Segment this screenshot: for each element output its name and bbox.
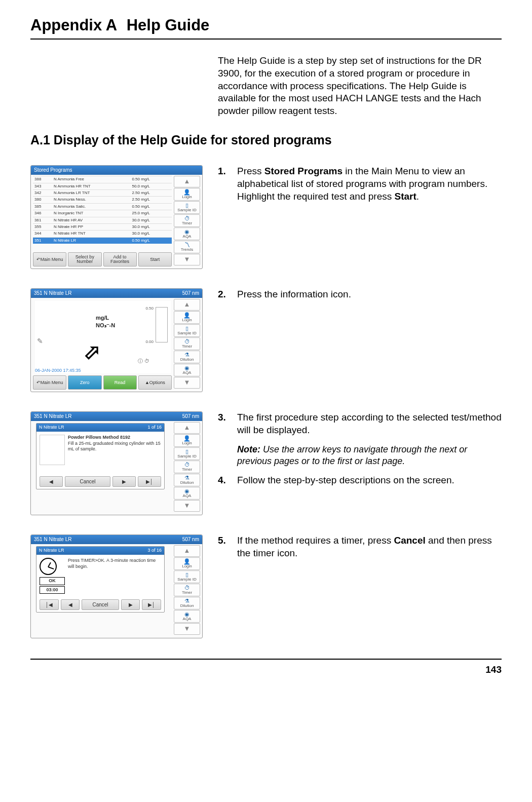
program-list: 388N Ammonia Free0.50 mg/L 343N Ammonia … bbox=[33, 176, 172, 251]
step-text: The first procedure step according to th… bbox=[237, 411, 502, 436]
popup-method-heading: Powder Pillows Method 8192 bbox=[68, 435, 161, 441]
sample-id-button[interactable]: ▯Sample ID bbox=[174, 570, 200, 583]
popup-titlebar: N Nitrate LR3 of 16 bbox=[36, 547, 164, 555]
login-button[interactable]: 👤Login bbox=[174, 311, 200, 324]
window-title: Stored Programs bbox=[34, 167, 72, 174]
login-button[interactable]: 👤Login bbox=[174, 188, 200, 201]
bottom-bar: ↶ Main Menu Select by Number Add to Favo… bbox=[33, 252, 172, 266]
clock-icon bbox=[40, 558, 57, 575]
aqa-button[interactable]: ◉AQA bbox=[174, 364, 200, 376]
cancel-button[interactable]: Cancel bbox=[82, 599, 119, 610]
step-1: Stored Programs 388N Ammonia Free0.50 mg… bbox=[30, 165, 502, 269]
timer-button[interactable]: ⏱Timer bbox=[174, 337, 200, 350]
window-titlebar: Stored Programs bbox=[31, 166, 202, 175]
measurement-bar bbox=[156, 307, 168, 342]
step-3: 351 N Nitrate LR507 nm ▲ 👤Login ▯Sample … bbox=[30, 411, 502, 515]
prev-button[interactable]: ◀ bbox=[61, 599, 80, 610]
pointer-arrow-icon: ⬀ bbox=[84, 338, 101, 365]
appendix-prefix: Appendix A bbox=[30, 16, 117, 34]
sample-id-button[interactable]: ▯Sample ID bbox=[174, 324, 200, 337]
side-panel: ▲ 👤Login ▯Sample ID ⏱Timer ⚗Dilution ◉AQ… bbox=[174, 422, 200, 512]
scroll-down-button[interactable]: ▼ bbox=[174, 500, 200, 512]
window-title: 351 N Nitrate LR bbox=[34, 290, 71, 297]
side-panel: ▲ 👤Login ▯Sample ID ⏱Timer ⚗Dilution ◉AQ… bbox=[174, 299, 200, 389]
add-to-favorites-button[interactable]: Add to Favorites bbox=[103, 252, 137, 266]
measurement-area: mg/LNO₃⁻-N 0.50 0.00 ✎ ⬀ ⓘ ⏱ 06-JAN-2000… bbox=[35, 301, 171, 373]
screenshot-help-step: 351 N Nitrate LR507 nm ▲ 👤Login ▯Sample … bbox=[30, 411, 203, 515]
step-number: 5. bbox=[218, 534, 230, 547]
select-by-number-button[interactable]: Select by Number bbox=[68, 252, 101, 266]
popup-instruction: Fill a 25-mL graduated mixing cylinder w… bbox=[68, 441, 161, 452]
zero-button[interactable]: Zero bbox=[68, 375, 101, 390]
scroll-down-button[interactable]: ▼ bbox=[174, 254, 200, 265]
aqa-button[interactable]: ◉AQA bbox=[174, 227, 200, 240]
bottom-bar: ↶ Main Menu Zero Read ▲ Options bbox=[33, 375, 172, 390]
step-text: Follow the step-by-step descriptions on … bbox=[237, 474, 502, 487]
popup-body: Powder Pillows Method 8192 Fill a 25-mL … bbox=[36, 432, 164, 468]
window-titlebar: 351 N Nitrate LR507 nm bbox=[31, 535, 202, 544]
popup-nav: ◀ Cancel ▶ ▶│ bbox=[40, 476, 161, 487]
dilution-button[interactable]: ⚗Dilution bbox=[174, 474, 200, 486]
start-button[interactable]: Start bbox=[138, 252, 172, 266]
appendix-suffix: Help Guide bbox=[127, 16, 210, 34]
section-heading: A.1 Display of the Help Guide for stored… bbox=[30, 132, 502, 148]
edit-icon[interactable]: ✎ bbox=[37, 336, 43, 346]
scroll-up-button[interactable]: ▲ bbox=[174, 299, 200, 311]
sample-id-button[interactable]: ▯Sample ID bbox=[174, 447, 200, 460]
aqa-button[interactable]: ◉AQA bbox=[174, 610, 200, 623]
step-text: If the method requires a timer, press Ca… bbox=[237, 534, 502, 559]
login-button[interactable]: 👤Login bbox=[174, 434, 200, 447]
timestamp: 06-JAN-2000 17:45:35 bbox=[35, 368, 81, 374]
scroll-down-button[interactable]: ▼ bbox=[174, 623, 200, 635]
last-button[interactable]: ▶│ bbox=[142, 599, 161, 610]
scroll-down-button[interactable]: ▼ bbox=[174, 377, 200, 389]
page-number: 143 bbox=[30, 659, 502, 676]
timer-value: 03:00 bbox=[40, 586, 65, 594]
ok-label: OK bbox=[40, 577, 65, 585]
step-number: 4. bbox=[218, 474, 230, 487]
intro-paragraph: The Help Guide is a step by step set of … bbox=[218, 55, 502, 117]
popup-body: OK 03:00 Press TIMER>OK. A 3-minute reac… bbox=[36, 555, 164, 597]
dilution-button[interactable]: ⚗Dilution bbox=[174, 351, 200, 363]
timer-button[interactable]: ⏱Timer bbox=[174, 584, 200, 596]
scroll-up-button[interactable]: ▲ bbox=[174, 545, 200, 557]
help-popup: N Nitrate LR1 of 16 Powder Pillows Metho… bbox=[36, 423, 165, 489]
step-text: Press Stored Programs in the Main Menu t… bbox=[237, 165, 502, 203]
window-titlebar: 351 N Nitrate LR507 nm bbox=[31, 412, 202, 421]
screenshot-measurement: 351 N Nitrate LR 507 nm mg/LNO₃⁻-N 0.50 … bbox=[30, 288, 203, 392]
step-number: 1. bbox=[218, 165, 230, 178]
aqa-button[interactable]: ◉AQA bbox=[174, 487, 200, 500]
next-button[interactable]: ▶ bbox=[112, 476, 136, 487]
step-note: Note: Use the arrow keys to navigate thr… bbox=[237, 444, 502, 468]
trends-button[interactable]: 〽Trends bbox=[174, 241, 200, 253]
timer-button[interactable]: ⏱Timer bbox=[174, 461, 200, 473]
popup-instruction: Press TIMER>OK. A 3-minute reaction time… bbox=[68, 558, 161, 594]
screenshot-timer-step: 351 N Nitrate LR507 nm ▲ 👤Login ▯Sample … bbox=[30, 534, 203, 638]
main-menu-button[interactable]: ↶ Main Menu bbox=[33, 375, 66, 390]
scroll-up-button[interactable]: ▲ bbox=[174, 176, 200, 187]
cancel-button[interactable]: Cancel bbox=[65, 476, 110, 487]
step-5: 351 N Nitrate LR507 nm ▲ 👤Login ▯Sample … bbox=[30, 534, 502, 638]
read-button[interactable]: Read bbox=[103, 375, 137, 390]
first-button[interactable]: │◀ bbox=[40, 599, 59, 610]
next-button[interactable]: ▶ bbox=[121, 599, 140, 610]
login-button[interactable]: 👤Login bbox=[174, 557, 200, 570]
dilution-button[interactable]: ⚗Dilution bbox=[174, 597, 200, 609]
timer-button[interactable]: ⏱Timer bbox=[174, 214, 200, 227]
info-icon[interactable]: ⓘ ⏱ bbox=[138, 358, 149, 364]
last-button[interactable]: ▶│ bbox=[138, 476, 161, 487]
sample-id-button[interactable]: ▯Sample ID bbox=[174, 201, 200, 214]
main-menu-button[interactable]: ↶ Main Menu bbox=[33, 252, 66, 266]
step-text: Press the information icon. bbox=[237, 288, 502, 301]
scroll-up-button[interactable]: ▲ bbox=[174, 422, 200, 434]
measurement-units: mg/LNO₃⁻-N bbox=[96, 314, 115, 329]
appendix-title: Appendix A Help Guide bbox=[30, 15, 502, 40]
step-2: 351 N Nitrate LR 507 nm mg/LNO₃⁻-N 0.50 … bbox=[30, 288, 502, 392]
side-panel: ▲ 👤Login ▯Sample ID ⏱Timer ◉AQA 〽Trends … bbox=[174, 176, 200, 265]
help-popup: N Nitrate LR3 of 16 OK 03:00 Press TIMER… bbox=[36, 546, 165, 613]
screenshot-stored-programs: Stored Programs 388N Ammonia Free0.50 mg… bbox=[30, 165, 203, 269]
side-panel: ▲ 👤Login ▯Sample ID ⏱Timer ⚗Dilution ◉AQ… bbox=[174, 545, 200, 635]
options-button[interactable]: ▲ Options bbox=[138, 375, 172, 390]
prev-button[interactable]: ◀ bbox=[40, 476, 63, 487]
window-titlebar: 351 N Nitrate LR 507 nm bbox=[31, 289, 202, 298]
